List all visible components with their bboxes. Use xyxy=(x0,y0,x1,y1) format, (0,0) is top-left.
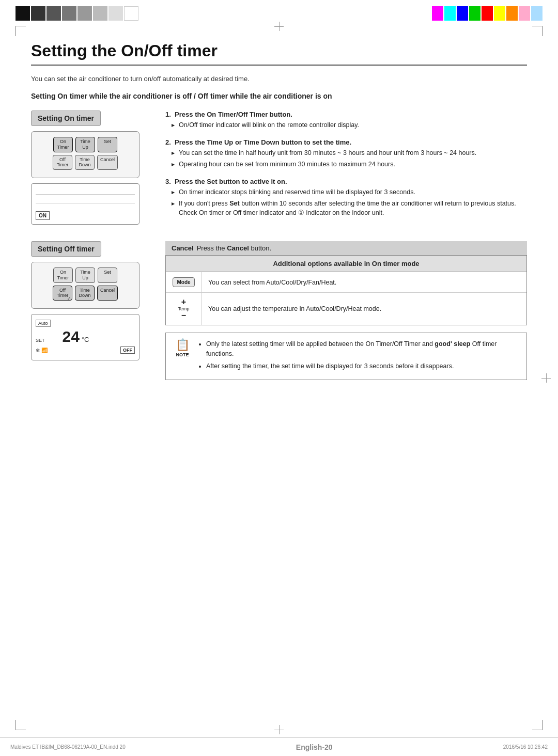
step-2: 2. Press the Time Up or Time Down button… xyxy=(165,138,527,169)
remote-bottom-row: Off Timer Time Down Cancel xyxy=(37,155,134,170)
time-down-btn: Time Down xyxy=(75,155,95,170)
temp-value: 24 xyxy=(63,329,80,344)
temp-adjust-icon: + Temp − xyxy=(178,298,189,320)
note-content: Only the latest setting timer will be ap… xyxy=(197,339,519,373)
temp-unit: °C xyxy=(82,336,89,343)
reg-mark-right xyxy=(541,373,551,383)
step-1-bullet-1: On/Off timer indicator will blink on the… xyxy=(172,121,527,130)
on-timer-display: ON xyxy=(31,183,140,225)
on-indicator: ON xyxy=(36,211,50,220)
temp-text-cell: You can adjust the temperature in Auto/C… xyxy=(202,293,526,325)
crop-mark-bl xyxy=(16,720,26,730)
mode-icon-cell: Mode xyxy=(166,272,202,292)
note-document-icon: 📋 xyxy=(176,339,190,351)
bw-bar-7 xyxy=(109,6,123,21)
set-label: SET xyxy=(36,338,45,343)
options-area: Cancel Press the Cancel button. Addition… xyxy=(165,241,527,380)
reg-mark-top xyxy=(274,22,284,31)
bw-bar-1 xyxy=(16,6,30,21)
intro-text: You can set the air conditioner to turn … xyxy=(31,75,527,83)
display-bottom: ❄ 📶 OFF xyxy=(36,346,135,354)
mode-row: Mode You can select from Auto/Cool/Dry/F… xyxy=(166,272,526,293)
off-timer-btn: Off Timer xyxy=(53,155,72,170)
off-time-up-btn: Time Up xyxy=(75,267,95,283)
note-bullets: Only the latest setting timer will be ap… xyxy=(197,339,519,371)
crop-mark-tr xyxy=(532,26,542,36)
display-line-2 xyxy=(36,197,135,203)
on-timer-instructions: 1. Press the On Timer/Off Timer button. … xyxy=(165,111,527,226)
bw-bar-5 xyxy=(78,6,92,21)
off-off-timer-btn: Off Timer✓ xyxy=(53,286,72,301)
footer-bar: Maldives ET IB&IM_DB68-06219A-00_EN.indd… xyxy=(0,737,558,756)
additional-options-table: Additional options available in On timer… xyxy=(165,255,527,325)
mode-button-icon: Mode xyxy=(173,277,194,287)
note-bullet-1: Only the latest setting timer will be ap… xyxy=(206,339,519,359)
temp-row: + Temp − You can adjust the temperature … xyxy=(166,293,526,325)
on-timer-remote-diagram: On Timer Time Up Set Off Timer Time Down… xyxy=(31,131,140,178)
setting-on-label: Setting On timer xyxy=(31,111,101,126)
off-remote-bottom-row: Off Timer✓ Time Down Cancel xyxy=(37,286,134,301)
auto-label: Auto xyxy=(36,320,51,327)
remote-top-row: On Timer Time Up Set xyxy=(37,137,134,152)
note-label: NOTE xyxy=(176,352,189,359)
step-3-num: 3. xyxy=(165,178,173,185)
cancel-btn: Cancel xyxy=(97,155,118,170)
step-1-bullets: On/Off timer indicator will blink on the… xyxy=(172,121,527,130)
off-indicator: OFF xyxy=(120,346,135,354)
color-bar-magenta xyxy=(432,6,443,21)
bw-bar-3 xyxy=(47,6,61,21)
off-on-timer-btn: On Timer xyxy=(53,267,73,283)
color-bar-blue xyxy=(457,6,468,21)
step-3-bullets: On timer indicator stops blinking and re… xyxy=(172,188,527,218)
off-timer-section: Setting Off timer On Timer Time Up Set O… xyxy=(31,241,527,380)
minus-icon: − xyxy=(178,311,189,320)
bw-bar-8 xyxy=(124,6,138,21)
off-cancel-btn: Cancel xyxy=(97,286,118,301)
off-timer-remote-diagram: On Timer Time Up Set Off Timer✓ Time Dow… xyxy=(31,262,140,309)
section-heading: Setting On timer while the air condition… xyxy=(31,92,527,100)
plus-icon: + xyxy=(178,298,189,306)
reg-mark-bottom xyxy=(274,725,284,734)
step-1: 1. Press the On Timer/Off Timer button. … xyxy=(165,111,527,130)
color-calibration-bars xyxy=(432,6,542,21)
cancel-text: Press the Cancel button. xyxy=(197,244,272,252)
bw-bar-6 xyxy=(93,6,107,21)
on-timer-btn: On Timer xyxy=(53,137,73,152)
time-up-btn: Time Up xyxy=(75,137,95,152)
mode-text-cell: You can select from Auto/Cool/Dry/Fan/He… xyxy=(202,272,526,292)
setting-off-label: Setting Off timer xyxy=(31,241,101,257)
step-2-bullet-2: Operating hour can be set from minimum 3… xyxy=(172,160,527,169)
page-number: English-20 xyxy=(296,743,333,751)
color-bar-orange xyxy=(506,6,518,21)
additional-options-heading: Additional options available in On timer… xyxy=(166,256,526,272)
step-3-bullet-2: If you don't press Set button within 10 … xyxy=(172,199,527,217)
set-btn: Set xyxy=(98,137,117,152)
step-3-bullet-1: On timer indicator stops blinking and re… xyxy=(172,188,527,197)
off-timer-display: Auto SET 24 °C ❄ 📶 OFF xyxy=(31,314,140,360)
page-content: Setting the On/Off timer You can set the… xyxy=(31,41,527,380)
step-2-bullets: You can set the time in half hourly unit… xyxy=(172,149,527,169)
crop-mark-tl xyxy=(16,26,26,36)
step-1-heading: 1. Press the On Timer/Off Timer button. xyxy=(165,111,527,118)
step-2-heading: 2. Press the Time Up or Time Down button… xyxy=(165,138,527,146)
off-set-btn: Set xyxy=(98,267,117,283)
cancel-bar: Cancel Press the Cancel button. xyxy=(165,241,527,255)
temp-icon-cell: + Temp − xyxy=(166,293,202,325)
page-title: Setting the On/Off timer xyxy=(31,41,527,66)
wifi-icon: ❄ 📶 xyxy=(36,348,48,353)
footer-file: Maldives ET IB&IM_DB68-06219A-00_EN.indd… xyxy=(10,744,126,750)
on-timer-section: Setting On timer On Timer Time Up Set Of… xyxy=(31,111,527,226)
note-box: 📋 NOTE Only the latest setting timer wil… xyxy=(165,333,527,380)
color-bar-lightblue xyxy=(531,6,542,21)
on-timer-left-col: Setting On timer On Timer Time Up Set Of… xyxy=(31,111,150,226)
color-bar-red xyxy=(482,6,493,21)
crop-mark-br xyxy=(532,720,542,730)
step-3: 3. Press the Set button to active it on.… xyxy=(165,178,527,218)
color-bar-cyan xyxy=(444,6,456,21)
color-bar-green xyxy=(469,6,481,21)
step-1-num: 1. xyxy=(165,111,173,118)
note-icon-area: 📋 NOTE xyxy=(173,339,192,359)
step-3-heading: 3. Press the Set button to active it on. xyxy=(165,178,527,185)
bw-bar-2 xyxy=(31,6,45,21)
color-bar-yellow xyxy=(494,6,505,21)
